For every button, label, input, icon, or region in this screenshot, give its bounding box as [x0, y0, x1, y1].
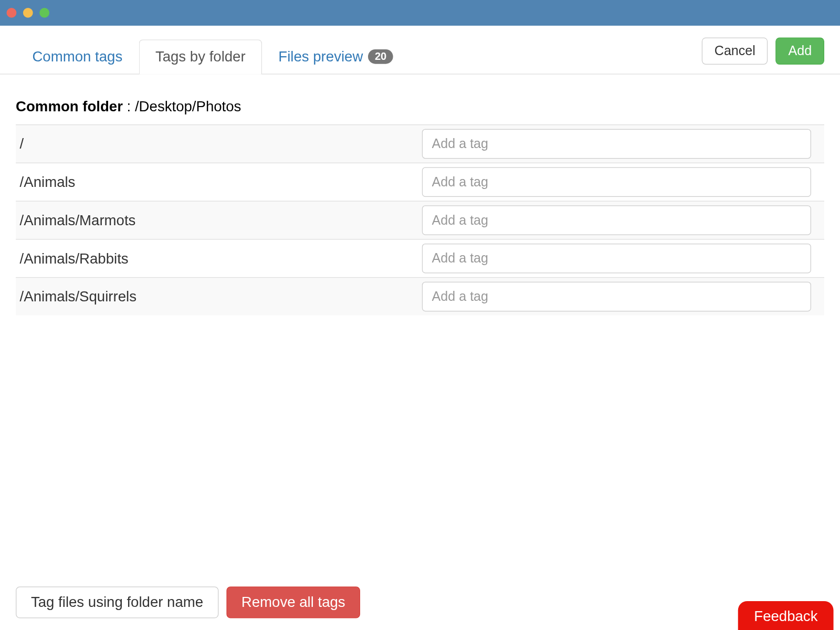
feedback-button[interactable]: Feedback	[738, 601, 833, 630]
add-button[interactable]: Add	[776, 37, 824, 64]
traffic-lights	[7, 8, 50, 18]
common-folder-path: /Desktop/Photos	[135, 98, 241, 114]
tab-label: Files preview	[278, 48, 363, 66]
window-titlebar	[0, 0, 840, 26]
tag-input[interactable]	[422, 167, 811, 197]
remove-all-tags-button[interactable]: Remove all tags	[226, 586, 361, 618]
folder-row: /	[16, 124, 824, 163]
folder-path: /Animals/Marmots	[20, 212, 422, 229]
toolbar: Common tags Tags by folder Files preview…	[0, 26, 840, 75]
common-folder-label: Common folder : /Desktop/Photos	[16, 98, 824, 116]
minimize-window-icon[interactable]	[23, 8, 33, 18]
folder-row: /Animals/Marmots	[16, 201, 824, 239]
tab-label: Tags by folder	[155, 48, 246, 66]
tag-input-wrap	[422, 244, 824, 273]
tab-label: Common tags	[32, 48, 122, 66]
cancel-button[interactable]: Cancel	[702, 37, 768, 64]
files-preview-count-badge: 20	[368, 49, 393, 64]
folder-path: /Animals	[20, 173, 422, 191]
tag-input-wrap	[422, 129, 824, 159]
tab-common-tags[interactable]: Common tags	[16, 39, 139, 74]
tag-input-wrap	[422, 167, 824, 197]
folder-path: /	[20, 135, 422, 153]
common-folder-title: Common folder	[16, 98, 123, 114]
content: Common folder : /Desktop/Photos / /Anima…	[0, 75, 840, 316]
tab-files-preview[interactable]: Files preview 20	[262, 39, 410, 74]
folder-path: /Animals/Squirrels	[20, 288, 422, 306]
tag-input-wrap	[422, 205, 824, 235]
folder-row: /Animals/Squirrels	[16, 277, 824, 316]
common-folder-sep: :	[123, 98, 135, 114]
tab-tags-by-folder[interactable]: Tags by folder	[139, 39, 262, 74]
tag-input-wrap	[422, 282, 824, 311]
tag-input[interactable]	[422, 244, 811, 273]
folder-row: /Animals	[16, 163, 824, 201]
toolbar-actions: Cancel Add	[702, 37, 824, 74]
tag-using-folder-button[interactable]: Tag files using folder name	[16, 586, 218, 618]
tag-input[interactable]	[422, 205, 811, 235]
tag-input[interactable]	[422, 282, 811, 311]
folder-row: /Animals/Rabbits	[16, 239, 824, 277]
folder-path: /Animals/Rabbits	[20, 250, 422, 267]
footer: Tag files using folder name Remove all t…	[0, 575, 840, 630]
tag-input[interactable]	[422, 129, 811, 159]
maximize-window-icon[interactable]	[39, 8, 49, 18]
close-window-icon[interactable]	[7, 8, 17, 18]
tabs: Common tags Tags by folder Files preview…	[16, 39, 410, 74]
